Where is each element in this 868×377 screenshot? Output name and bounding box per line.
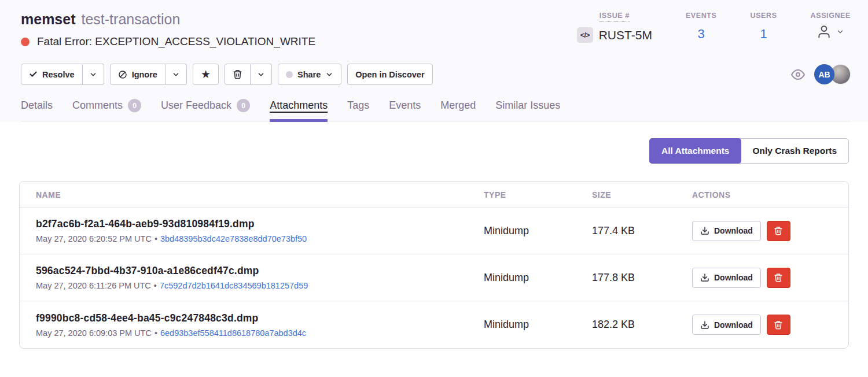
action-toolbar: Resolve Ignore ★ — [21, 64, 851, 85]
stat-assignee: ASSIGNEE — [811, 12, 851, 39]
error-level-dot — [21, 38, 30, 46]
attachment-event-link[interactable]: 3bd48395b3dc42e7838e8dd70e73bf50 — [160, 234, 307, 243]
tab-label: Similar Issues — [495, 99, 560, 112]
attachment-filename: f9990bc8-cd58-4ee4-ba45-c9c247848c3d.dmp — [36, 312, 484, 324]
tab-label: Attachments — [270, 99, 328, 112]
star-icon: ★ — [201, 69, 211, 80]
download-button[interactable]: Download — [692, 315, 761, 335]
tab-label: Events — [389, 99, 421, 112]
tab-user-feedback[interactable]: User Feedback 0 — [161, 99, 250, 121]
resolve-button-group: Resolve — [21, 64, 104, 85]
issue-header: memsettest-transaction Fatal Error: EXCE… — [0, 0, 868, 121]
users-label: USERS — [751, 12, 777, 21]
subscribe-eye-icon[interactable] — [791, 68, 805, 82]
delete-button-group — [225, 64, 272, 85]
attachment-type: Minidump — [484, 319, 592, 331]
download-button[interactable]: Download — [692, 268, 761, 288]
code-icon: </> — [577, 27, 593, 43]
tab-count-badge: 0 — [128, 99, 141, 112]
attachment-date: May 27, 2020 6:11:26 PM UTC — [36, 281, 151, 290]
ignore-button[interactable]: Ignore — [110, 64, 165, 85]
attachments-table: NAME TYPE SIZE ACTIONS b2f7ac6b-f2a1-464… — [19, 181, 849, 349]
filter-only-crash-reports[interactable]: Only Crash Reports — [741, 139, 848, 163]
transaction-name: test-transaction — [82, 11, 181, 27]
delete-button[interactable] — [225, 64, 251, 85]
issue-number-label: ISSUE # — [599, 12, 630, 22]
share-button[interactable]: Share — [278, 64, 341, 85]
tab-label: User Feedback — [161, 99, 231, 112]
error-title: Fatal Error: EXCEPTION_ACCESS_VIOLATION_… — [37, 35, 315, 48]
column-header-size: SIZE — [592, 190, 692, 199]
chevron-down-icon — [836, 28, 844, 36]
trash-icon — [774, 226, 783, 235]
page-title: memsettest-transaction — [21, 10, 315, 28]
resolve-button[interactable]: Resolve — [21, 64, 83, 85]
download-button[interactable]: Download — [692, 221, 761, 241]
tab-events[interactable]: Events — [389, 99, 421, 121]
attachment-row: f9990bc8-cd58-4ee4-ba45-c9c247848c3d.dmp… — [20, 301, 848, 348]
open-in-discover-button[interactable]: Open in Discover — [347, 64, 432, 85]
issue-stats: ISSUE # </> RUST-5M EVENTS 3 USERS 1 ASS… — [543, 10, 851, 43]
assignee-selector[interactable] — [816, 24, 844, 39]
attachment-row: 596ac524-7bbd-4b37-910a-a1e86cedf47c.dmp… — [20, 254, 848, 301]
attachment-meta: May 27, 2020 6:11:26 PM UTC•7c592d7d2b16… — [36, 281, 484, 290]
users-count[interactable]: 1 — [760, 27, 767, 42]
issue-page: memsettest-transaction Fatal Error: EXCE… — [0, 0, 868, 377]
chevron-down-icon — [89, 71, 97, 79]
attachment-type: Minidump — [484, 272, 592, 284]
attachment-size: 177.8 KB — [592, 272, 692, 284]
delete-attachment-button[interactable] — [767, 315, 790, 335]
ignore-dropdown-button[interactable] — [165, 64, 187, 85]
tab-label: Comments — [72, 99, 123, 112]
download-icon — [700, 320, 709, 330]
attachment-date: May 27, 2020 6:09:03 PM UTC — [36, 328, 152, 338]
bookmark-button[interactable]: ★ — [193, 64, 219, 85]
share-status-dot — [286, 71, 293, 78]
attachment-meta: May 27, 2020 6:20:52 PM UTC•3bd48395b3dc… — [36, 234, 484, 243]
attachments-panel: All Attachments Only Crash Reports NAME … — [0, 121, 868, 377]
avatar-participant-ab[interactable]: AB — [814, 64, 834, 84]
download-icon — [700, 273, 709, 282]
chevron-down-icon — [172, 71, 180, 79]
title-block: memsettest-transaction Fatal Error: EXCE… — [21, 10, 315, 48]
column-header-name: NAME — [36, 190, 484, 199]
check-icon — [29, 70, 38, 79]
tab-bar: Details Comments 0 User Feedback 0 Attac… — [21, 99, 851, 121]
tab-details[interactable]: Details — [21, 99, 53, 121]
events-count[interactable]: 3 — [698, 27, 705, 42]
delete-dropdown-button[interactable] — [251, 64, 272, 85]
assignee-label: ASSIGNEE — [811, 12, 851, 21]
tab-comments[interactable]: Comments 0 — [72, 99, 141, 121]
tab-similar-issues[interactable]: Similar Issues — [495, 99, 560, 121]
tab-label: Tags — [347, 99, 369, 112]
attachment-size: 182.2 KB — [592, 319, 692, 331]
filter-all-attachments[interactable]: All Attachments — [649, 138, 741, 164]
table-header-row: NAME TYPE SIZE ACTIONS — [20, 182, 848, 208]
ignore-button-group: Ignore — [110, 64, 187, 85]
delete-attachment-button[interactable] — [767, 268, 790, 288]
column-header-type: TYPE — [484, 190, 592, 199]
stat-events: EVENTS 3 — [686, 12, 717, 42]
tab-label: Merged — [440, 99, 476, 112]
download-icon — [700, 226, 709, 235]
attachment-event-link[interactable]: 7c592d7d2b1641dc834569b181257d59 — [160, 281, 308, 290]
culprit-function: memset — [21, 11, 76, 27]
attachment-filename: 596ac524-7bbd-4b37-910a-a1e86cedf47c.dmp — [36, 265, 484, 277]
attachment-size: 177.4 KB — [592, 225, 692, 237]
trash-icon — [774, 273, 783, 282]
table-body: b2f7ac6b-f2a1-464b-aeb9-93d810984f19.dmp… — [20, 208, 848, 348]
stat-users: USERS 1 — [751, 12, 777, 42]
chevron-down-icon — [257, 71, 265, 79]
chevron-down-icon — [325, 71, 333, 79]
issue-short-id[interactable]: RUST-5M — [599, 28, 652, 42]
attachment-event-link[interactable]: 6ed93b3ef558411d8618780a7abd3d4c — [160, 328, 306, 338]
attachment-type: Minidump — [484, 225, 592, 237]
tab-merged[interactable]: Merged — [440, 99, 476, 121]
delete-attachment-button[interactable] — [767, 221, 790, 241]
resolve-dropdown-button[interactable] — [83, 64, 104, 85]
tab-tags[interactable]: Tags — [347, 99, 369, 121]
user-icon — [816, 24, 832, 39]
ban-icon — [118, 70, 127, 79]
trash-icon — [233, 69, 242, 79]
tab-attachments[interactable]: Attachments — [270, 99, 328, 121]
